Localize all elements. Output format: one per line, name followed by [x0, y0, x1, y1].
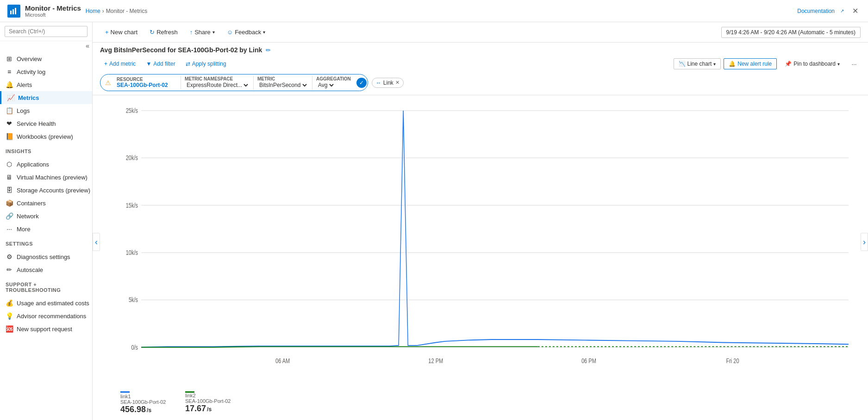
sidebar-item-advisor[interactable]: 💡 Advisor recommendations [0, 309, 92, 322]
workbooks-icon: 📙 [6, 133, 13, 140]
add-metric-button[interactable]: + Add metric [100, 58, 140, 69]
sidebar-item-label: Advisor recommendations [17, 313, 86, 320]
time-range-selector[interactable]: 9/19 4:26 AM - 9/20 4:26 AM (Automatic -… [721, 27, 861, 38]
diagnostics-icon: ⚙ [6, 253, 13, 260]
chart-wrapper: ‹ › 25k/s 20k/s 15k/s 10k/s 5k/s 0/s [93, 95, 868, 389]
new-chart-button[interactable]: + New chart [100, 26, 143, 38]
sidebar-item-label: More [17, 226, 31, 233]
chart-nav-left-button[interactable]: ‹ [93, 233, 100, 251]
svg-text:25k/s: 25k/s [126, 107, 138, 115]
sidebar-item-overview[interactable]: ⊞ Overview [0, 52, 92, 65]
sidebar-item-service-health[interactable]: ❤ Service Health [0, 117, 92, 130]
svg-rect-1 [12, 9, 14, 14]
app-subtitle: Microsoft [25, 12, 81, 18]
legend-value-link1: 456.98/s [120, 405, 176, 414]
top-bar: Monitor - Metrics Microsoft Home › Monit… [0, 0, 868, 22]
sidebar-item-alerts[interactable]: 🔔 Alerts [0, 78, 92, 91]
sidebar-item-storage-accounts[interactable]: 🗄 Storage Accounts (preview) [0, 184, 92, 197]
add-filter-button[interactable]: ▼ Add filter [142, 58, 179, 69]
feedback-button[interactable]: ☺ Feedback ▾ [222, 26, 270, 38]
sidebar-item-label: Diagnostics settings [17, 253, 70, 260]
sidebar-item-new-support[interactable]: 🆘 New support request [0, 322, 92, 335]
app-title-block: Monitor - Metrics Microsoft [25, 4, 81, 18]
sidebar-item-metrics[interactable]: 📈 Metrics [0, 91, 92, 104]
new-alert-rule-button[interactable]: 🔔 New alert rule [724, 58, 777, 69]
sidebar-item-more[interactable]: ··· More [0, 222, 92, 235]
support-section: 💰 Usage and estimated costs 💡 Advisor re… [0, 295, 92, 337]
sidebar-item-label: Virtual Machines (preview) [17, 174, 87, 181]
more-options-button[interactable]: ··· [848, 57, 861, 70]
confirm-metric-button[interactable]: ✓ [356, 78, 367, 88]
link-tag-remove[interactable]: ✕ [395, 80, 400, 86]
top-bar-left: Monitor - Metrics Microsoft Home › Monit… [7, 4, 147, 18]
resource-input[interactable] [117, 82, 177, 88]
sidebar: « ⊞ Overview ≡ Activity log 🔔 Alerts 📈 M… [0, 22, 93, 420]
sidebar-item-network[interactable]: 🔗 Network [0, 210, 92, 222]
sidebar-item-label: Alerts [17, 81, 32, 88]
legend-value-link2: 17.67/s [185, 404, 241, 414]
sidebar-item-autoscale[interactable]: ✏ Autoscale [0, 263, 92, 276]
sidebar-item-logs[interactable]: 📋 Logs [0, 104, 92, 117]
metric-select[interactable]: BitsInPerSecond [257, 81, 308, 89]
new-support-icon: 🆘 [6, 325, 13, 333]
metric-config: Avg BitsInPerSecond for SEA-100Gb-Port-0… [93, 43, 868, 95]
sidebar-item-usage-costs[interactable]: 💰 Usage and estimated costs [0, 296, 92, 309]
edit-title-icon[interactable]: ✏ [266, 47, 271, 54]
metric-pill-fields: RESOURCE METRIC NAMESPACE ExpressRoute D… [113, 75, 355, 90]
app-title: Monitor - Metrics [25, 4, 81, 12]
sidebar-item-label: Storage Accounts (preview) [17, 187, 90, 194]
insights-section: ⬡ Applications 🖥 Virtual Machines (previ… [0, 156, 92, 237]
sidebar-item-label: Usage and estimated costs [17, 300, 89, 307]
apply-splitting-button[interactable]: ⇄ Apply splitting [181, 58, 231, 69]
legend-sublabel-link2: SEA-100Gb-Port-02 [185, 398, 241, 404]
sidebar-item-containers[interactable]: 📦 Containers [0, 197, 92, 210]
resource-value [117, 82, 177, 88]
chart-title: Avg BitsInPerSecond for SEA-100Gb-Port-0… [100, 46, 262, 54]
share-button[interactable]: ↑ Share ▾ [185, 26, 220, 38]
breadcrumb: Home › Monitor - Metrics [86, 8, 147, 14]
containers-icon: 📦 [6, 199, 13, 207]
resource-field[interactable]: RESOURCE [113, 76, 181, 89]
pin-to-dashboard-button[interactable]: 📌 Pin to dashboard ▾ [780, 58, 845, 69]
aggregation-select[interactable]: Avg [316, 81, 335, 89]
sidebar-item-workbooks[interactable]: 📙 Workbooks (preview) [0, 130, 92, 143]
link-tag[interactable]: ↔ Link ✕ [372, 78, 404, 88]
sidebar-item-applications[interactable]: ⬡ Applications [0, 158, 92, 171]
virtual-machines-icon: 🖥 [6, 173, 13, 181]
sidebar-item-label: Applications [17, 161, 49, 168]
sidebar-item-label: Service Health [17, 120, 56, 127]
refresh-button[interactable]: ↻ Refresh [144, 26, 183, 38]
legend-color-link1 [120, 391, 130, 393]
apply-splitting-icon: ⇄ [186, 61, 190, 67]
warning-icon: ⚠ [105, 79, 111, 86]
namespace-field[interactable]: METRIC NAMESPACE ExpressRoute Direct... [181, 75, 254, 90]
alert-icon: 🔔 [729, 61, 736, 67]
sidebar-item-virtual-machines[interactable]: 🖥 Virtual Machines (preview) [0, 171, 92, 184]
close-button[interactable]: ✕ [849, 6, 861, 17]
breadcrumb-home[interactable]: Home [86, 8, 100, 14]
sidebar-item-diagnostics[interactable]: ⚙ Diagnostics settings [0, 250, 92, 263]
legend-item-link1: link1 SEA-100Gb-Port-02 456.98/s [120, 391, 176, 414]
logs-icon: 📋 [6, 107, 13, 114]
support-header: Support + Troubleshooting [0, 278, 92, 295]
search-input[interactable] [5, 26, 87, 37]
chart-type-button[interactable]: 📉 Line chart ▾ [674, 58, 721, 69]
chart-nav-right-button[interactable]: › [861, 233, 868, 251]
toolbar: + New chart ↻ Refresh ↑ Share ▾ ☺ Feedba… [93, 22, 868, 43]
link-icon: ↔ [376, 80, 381, 86]
feedback-icon: ☺ [227, 29, 233, 36]
metric-field[interactable]: METRIC BitsInPerSecond [254, 75, 312, 90]
sidebar-collapse-btn[interactable]: « [86, 42, 89, 49]
app-icon [7, 5, 20, 18]
svg-text:06 PM: 06 PM [581, 358, 596, 365]
svg-text:15k/s: 15k/s [126, 202, 138, 210]
metric-row: ⚠ RESOURCE METRIC NAMESPACE [100, 74, 861, 91]
advisor-icon: 💡 [6, 312, 13, 320]
documentation-link[interactable]: Documentation [797, 8, 835, 14]
namespace-select[interactable]: ExpressRoute Direct... [185, 81, 250, 89]
aggregation-field[interactable]: AGGREGATION Avg [312, 75, 355, 90]
sidebar-item-activity-log[interactable]: ≡ Activity log [0, 65, 92, 78]
metric-actions-right: 📉 Line chart ▾ 🔔 New alert rule 📌 Pin to… [674, 57, 861, 70]
sidebar-item-label: New support request [17, 326, 72, 333]
sidebar-collapse-area: « [0, 41, 92, 50]
